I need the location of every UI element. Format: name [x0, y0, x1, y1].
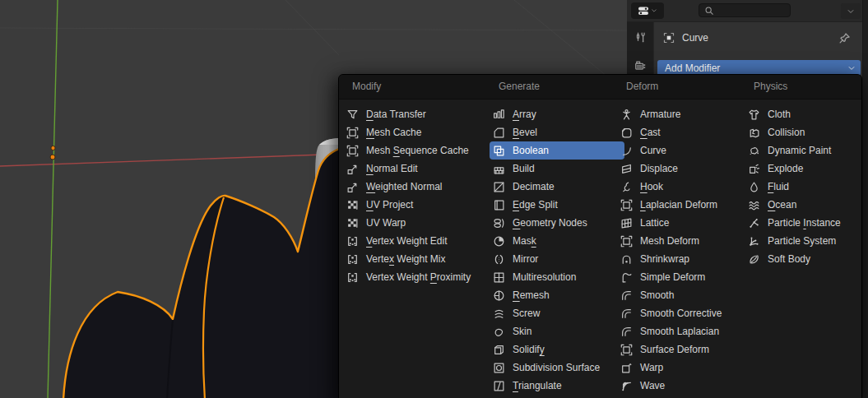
cloth-icon: [748, 109, 760, 121]
menu-item-cast[interactable]: Cast: [617, 123, 750, 141]
menu-item-label: Weighted Normal: [366, 181, 442, 192]
menu-item-edge-split[interactable]: Edge Split: [490, 196, 624, 214]
menu-item-uv-project[interactable]: UV Project: [343, 196, 493, 214]
normal-edit-icon: [346, 163, 359, 175]
add-modifier-label: Add Modifier: [665, 62, 847, 74]
menu-item-lattice[interactable]: Lattice: [617, 214, 750, 232]
menu-item-label: Array: [513, 109, 536, 120]
menu-item-data-transfer[interactable]: Data Transfer: [343, 105, 493, 123]
uv-project-icon: [346, 199, 359, 211]
tab-render[interactable]: [634, 59, 647, 72]
menu-item-label: Decimate: [513, 181, 555, 192]
menu-item-triangulate[interactable]: Triangulate: [490, 377, 624, 395]
menu-item-label: Triangulate: [513, 380, 562, 391]
menu-item-label: Explode: [768, 163, 803, 174]
menu-item-label: Screw: [513, 308, 540, 319]
menu-item-warp[interactable]: Warp: [617, 359, 750, 377]
menu-item-boolean[interactable]: Boolean: [490, 141, 624, 160]
uv-warp-icon: [346, 217, 359, 229]
menu-item-skin[interactable]: Skin: [490, 322, 624, 340]
menu-item-weighted-normal[interactable]: Weighted Normal: [343, 178, 493, 196]
menu-item-bevel[interactable]: Bevel: [490, 123, 624, 141]
menu-item-wave[interactable]: Wave: [617, 377, 750, 395]
menu-item-label: Simple Deform: [640, 271, 705, 283]
menu-item-label: Vertex Weight Edit: [366, 235, 448, 247]
menu-item-vertex-weight-proximity[interactable]: Vertex Weight Proximity: [343, 268, 493, 286]
menu-item-label: Smooth Laplacian: [640, 326, 719, 337]
menu-item-particle-system[interactable]: Particle System: [745, 232, 868, 250]
geometry-nodes-icon: [493, 217, 505, 229]
vertex-weight-proximity-icon: [346, 271, 359, 284]
pin-icon[interactable]: [838, 32, 851, 44]
menu-item-label: Geometry Nodes: [513, 217, 587, 229]
editor-type-button[interactable]: [631, 2, 664, 19]
menu-item-cloth[interactable]: Cloth: [745, 105, 868, 123]
menu-item-shrinkwrap[interactable]: Shrinkwrap: [617, 250, 750, 268]
menu-item-array[interactable]: Array: [490, 105, 624, 123]
menu-item-explode[interactable]: Explode: [745, 160, 868, 178]
menu-item-armature[interactable]: Armature: [617, 105, 750, 123]
menu-item-smooth-laplacian[interactable]: Smooth Laplacian: [617, 322, 750, 340]
menu-item-smooth-corrective[interactable]: Smooth Corrective: [617, 304, 750, 322]
menu-item-mirror[interactable]: Mirror: [490, 250, 624, 268]
menu-item-vertex-weight-mix[interactable]: Vertex Weight Mix: [343, 250, 493, 268]
screw-icon: [493, 308, 505, 320]
menu-item-decimate[interactable]: Decimate: [490, 178, 624, 196]
menu-item-soft-body[interactable]: Soft Body: [745, 250, 868, 268]
filter-dropdown-button[interactable]: [841, 3, 861, 19]
menu-item-curve[interactable]: Curve: [617, 141, 750, 160]
explode-icon: [748, 163, 760, 175]
menu-item-uv-warp[interactable]: UV Warp: [343, 214, 493, 232]
menu-item-mesh-cache[interactable]: Mesh Cache: [343, 123, 493, 141]
breadcrumb-object-name: Curve: [682, 32, 708, 44]
search-input[interactable]: [714, 5, 787, 16]
mesh-deform-icon: [620, 235, 633, 248]
ocean-icon: [748, 199, 760, 211]
menu-item-normal-edit[interactable]: Normal Edit: [343, 160, 493, 178]
menu-item-collision[interactable]: Collision: [745, 123, 868, 141]
menu-item-label: Wave: [640, 380, 665, 391]
menu-item-label: Displace: [640, 163, 678, 174]
menu-item-label: Armature: [640, 109, 680, 120]
menu-item-mask[interactable]: Mask: [490, 232, 624, 250]
menu-item-hook[interactable]: Hook: [617, 178, 750, 196]
wave-icon: [620, 380, 633, 392]
breadcrumb[interactable]: Curve: [663, 32, 708, 44]
menu-item-mesh-deform[interactable]: Mesh Deform: [617, 232, 750, 250]
mask-icon: [493, 235, 505, 248]
menu-column-modify: Data TransferMesh CacheMesh Sequence Cac…: [346, 105, 486, 286]
menu-item-displace[interactable]: Displace: [617, 160, 750, 178]
menu-item-label: Particle System: [768, 235, 836, 247]
menu-item-label: Solidify: [513, 344, 545, 355]
menu-item-particle-instance[interactable]: Particle Instance: [745, 214, 868, 232]
cast-icon: [620, 127, 633, 139]
menu-item-build[interactable]: Build: [490, 160, 624, 178]
menu-column-title-modify: Modify: [352, 75, 381, 99]
menu-item-surface-deform[interactable]: Surface Deform: [617, 340, 750, 359]
menu-item-geometry-nodes[interactable]: Geometry Nodes: [490, 214, 624, 232]
menu-item-mesh-sequence-cache[interactable]: Mesh Sequence Cache: [343, 141, 493, 160]
menu-item-fluid[interactable]: Fluid: [745, 178, 868, 196]
bevel-icon: [493, 127, 505, 139]
surface-deform-icon: [620, 344, 633, 356]
blender-window: Curve Add Modifier ModifyGenerateDeformP…: [0, 0, 868, 398]
menu-item-label: Bevel: [513, 127, 537, 138]
menu-item-laplacian-deform[interactable]: Laplacian Deform: [617, 196, 750, 214]
menu-item-simple-deform[interactable]: Simple Deform: [617, 268, 750, 286]
menu-item-dynamic-paint[interactable]: Dynamic Paint: [745, 141, 868, 160]
menu-item-multiresolution[interactable]: Multiresolution: [490, 268, 624, 286]
menu-item-smooth[interactable]: Smooth: [617, 286, 750, 304]
tab-tool[interactable]: [634, 31, 647, 44]
menu-item-vertex-weight-edit[interactable]: Vertex Weight Edit: [343, 232, 493, 250]
search-box[interactable]: [699, 3, 791, 17]
subdivision-surface-icon: [493, 362, 505, 374]
menu-item-remesh[interactable]: Remesh: [490, 286, 624, 304]
menu-item-solidify[interactable]: Solidify: [490, 340, 624, 359]
menu-item-label: Vertex Weight Mix: [366, 253, 446, 265]
menu-item-label: Curve: [640, 145, 666, 156]
menu-item-screw[interactable]: Screw: [490, 304, 624, 322]
menu-item-ocean[interactable]: Ocean: [745, 196, 868, 214]
menu-item-label: Remesh: [513, 289, 550, 301]
particle-system-icon: [748, 235, 760, 248]
menu-item-subdivision-surface[interactable]: Subdivision Surface: [490, 359, 624, 377]
